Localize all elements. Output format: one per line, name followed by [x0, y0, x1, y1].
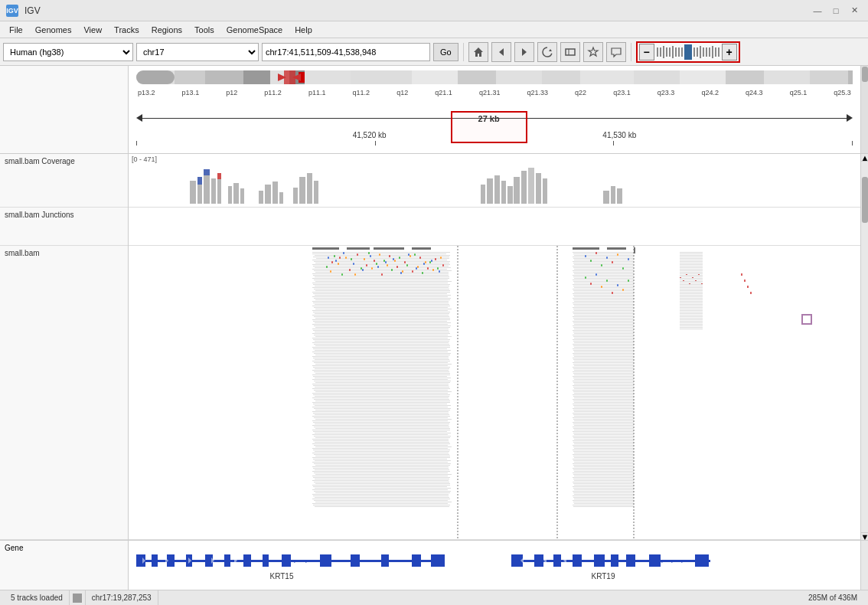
menu-genomespace[interactable]: GenomeSpace [220, 24, 289, 36]
svg-rect-391 [573, 488, 634, 489]
maximize-button[interactable]: □ [828, 5, 844, 16]
svg-rect-496 [680, 257, 703, 257]
svg-rect-115 [313, 321, 447, 322]
band-q24-3: q24.3 [746, 89, 763, 96]
menu-view[interactable]: View [77, 24, 108, 36]
svg-rect-45 [279, 192, 283, 204]
svg-rect-60 [603, 191, 609, 204]
chr-scrollbar[interactable] [860, 66, 868, 153]
svg-rect-309 [573, 362, 634, 363]
zoom-thumb[interactable] [684, 44, 692, 60]
tracks-scrollbar[interactable]: ▲ ▼ [860, 154, 868, 540]
regions-button[interactable] [560, 42, 580, 62]
scroll-thumb[interactable] [862, 177, 868, 223]
svg-rect-151 [313, 376, 447, 377]
ruler-left-arrow [136, 114, 142, 122]
ruler-left-kb: 41,520 kb [353, 131, 387, 139]
reads-track[interactable] [129, 246, 860, 540]
svg-rect-420 [339, 257, 341, 259]
menu-genomes[interactable]: Genomes [29, 24, 78, 36]
refresh-button[interactable] [537, 42, 557, 62]
svg-rect-157 [313, 385, 449, 386]
gene-track-content[interactable]: ‹ ‹ KRT15 [129, 541, 860, 590]
annotation-button[interactable] [606, 42, 626, 62]
menu-help[interactable]: Help [289, 24, 318, 36]
svg-rect-189 [312, 434, 448, 435]
menu-tracks[interactable]: Tracks [108, 24, 145, 36]
svg-rect-107 [315, 309, 452, 309]
zoom-out-button[interactable]: − [639, 44, 654, 60]
chr-scrollbar-thumb[interactable] [862, 67, 868, 82]
home-button[interactable] [468, 42, 488, 62]
svg-rect-8 [175, 70, 205, 84]
zoom-tick-13 [703, 47, 704, 57]
scroll-up-arrow[interactable]: ▲ [861, 154, 868, 162]
svg-rect-517 [680, 289, 703, 289]
svg-rect-500 [680, 263, 703, 263]
zoom-tick-10 [693, 47, 695, 57]
minimize-button[interactable]: — [810, 5, 825, 16]
scroll-down-arrow[interactable]: ▼ [861, 532, 868, 540]
svg-rect-83 [315, 272, 449, 273]
gene-svg: ‹ ‹ KRT15 [129, 541, 860, 590]
svg-rect-169 [313, 404, 447, 404]
svg-rect-453 [364, 258, 365, 260]
svg-rect-111 [312, 315, 449, 316]
svg-rect-25 [810, 70, 848, 84]
junctions-track[interactable] [129, 208, 860, 246]
forward-icon [519, 47, 530, 57]
svg-rect-542 [680, 327, 703, 328]
svg-rect-106 [314, 307, 448, 308]
svg-rect-360 [573, 440, 634, 441]
svg-rect-108 [312, 310, 448, 311]
svg-rect-294 [573, 339, 634, 340]
svg-rect-240 [573, 257, 634, 257]
svg-rect-278 [574, 315, 634, 316]
svg-rect-512 [680, 281, 703, 282]
svg-rect-415 [416, 267, 417, 270]
svg-rect-383 [574, 476, 634, 476]
svg-rect-527 [680, 304, 703, 305]
chromosome-view[interactable]: p13.2 p13.1 p12 p11.2 p11.1 q11.2 q12 q2… [129, 66, 860, 153]
svg-rect-531 [680, 310, 703, 311]
reads-track-label: small.bam [0, 246, 128, 540]
svg-rect-104 [315, 304, 449, 305]
genome-selector[interactable]: Human (hg38) [3, 43, 133, 61]
svg-rect-179 [315, 419, 452, 420]
bookmark-button[interactable] [583, 42, 603, 62]
svg-rect-297 [573, 344, 634, 345]
svg-rect-535 [680, 316, 703, 317]
svg-rect-445 [414, 253, 416, 256]
menu-regions[interactable]: Regions [145, 24, 188, 36]
menu-file[interactable]: File [3, 24, 29, 36]
svg-rect-419 [331, 261, 333, 263]
coverage-track[interactable]: [0 - 471] [129, 154, 860, 208]
svg-rect-319 [573, 378, 634, 378]
back-button[interactable] [491, 42, 511, 62]
forward-button[interactable] [514, 42, 534, 62]
ideogram-svg [136, 70, 853, 87]
svg-rect-200 [315, 451, 449, 452]
svg-rect-148 [314, 371, 449, 372]
go-button[interactable]: Go [433, 43, 458, 61]
svg-rect-418 [439, 270, 440, 273]
chromosome-selector[interactable]: chr17 [136, 43, 259, 61]
tracks-area: small.bam Coverage small.bam Junctions s… [0, 154, 868, 540]
close-button[interactable]: ✕ [847, 5, 862, 16]
locus-input[interactable] [262, 43, 430, 61]
svg-rect-441 [383, 260, 385, 262]
menu-tools[interactable]: Tools [188, 24, 220, 36]
band-q21-1: q21.1 [435, 89, 452, 96]
svg-rect-310 [573, 364, 634, 365]
svg-rect-145 [313, 367, 450, 368]
gene-scrollbar[interactable] [860, 541, 868, 590]
svg-rect-475 [596, 273, 597, 276]
zoom-slider[interactable] [654, 44, 722, 60]
svg-rect-261 [573, 289, 634, 289]
zoom-in-button[interactable]: + [722, 44, 737, 60]
svg-rect-230 [315, 497, 449, 498]
svg-rect-120 [312, 329, 449, 329]
zoom-tick-9 [681, 47, 683, 57]
svg-rect-291 [573, 335, 634, 335]
svg-rect-458 [402, 270, 403, 273]
